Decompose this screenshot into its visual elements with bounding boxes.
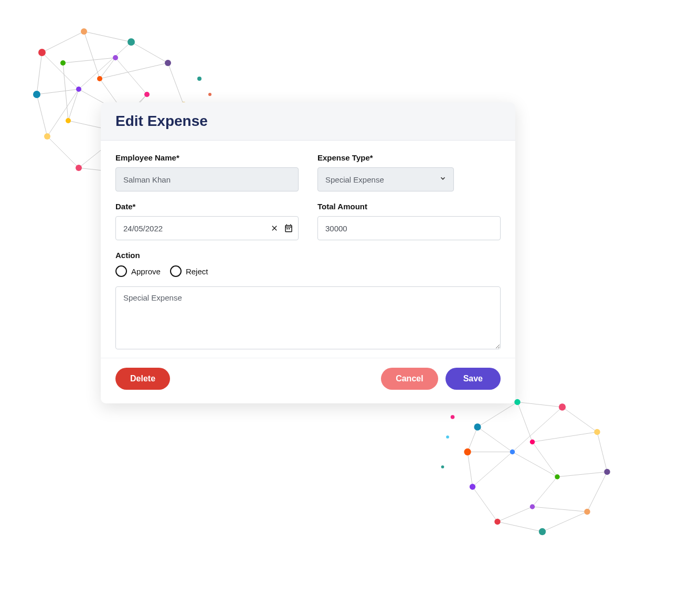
svg-point-39	[441, 465, 444, 468]
svg-point-10	[76, 87, 81, 92]
clear-date-icon[interactable]	[270, 224, 279, 232]
svg-point-2	[128, 38, 135, 46]
svg-point-11	[97, 76, 102, 81]
modal-title: Edit Expense	[115, 113, 501, 130]
expense-type-label: Expense Type*	[317, 153, 501, 162]
delete-button[interactable]: Delete	[115, 368, 170, 390]
date-group: Date*	[115, 202, 299, 240]
employee-name-group: Employee Name*	[115, 153, 299, 191]
employee-name-input[interactable]	[115, 167, 299, 191]
svg-point-37	[446, 435, 449, 439]
svg-point-29	[494, 519, 500, 525]
action-label: Action	[115, 251, 140, 260]
svg-point-28	[539, 528, 546, 535]
svg-point-35	[530, 504, 535, 509]
approve-radio-label: Approve	[131, 267, 161, 276]
modal-footer: Delete Cancel Save	[101, 358, 515, 403]
svg-point-33	[530, 440, 535, 445]
expense-type-select[interactable]: Special Expense	[317, 167, 454, 191]
svg-point-9	[33, 91, 40, 98]
svg-point-0	[38, 49, 46, 56]
total-amount-group: Total Amount	[317, 202, 501, 240]
save-button[interactable]: Save	[446, 368, 501, 390]
svg-point-1	[81, 28, 87, 35]
svg-point-23	[514, 399, 520, 405]
svg-point-8	[44, 133, 50, 140]
svg-point-3	[165, 60, 171, 66]
total-amount-input[interactable]	[317, 216, 501, 240]
svg-point-25	[594, 429, 600, 435]
approve-radio[interactable]: Approve	[115, 265, 161, 277]
svg-point-24	[559, 403, 566, 410]
svg-point-16	[144, 92, 150, 97]
svg-point-36	[451, 415, 455, 419]
reject-radio-label: Reject	[186, 267, 208, 276]
svg-point-19	[197, 77, 201, 81]
svg-point-18	[66, 118, 71, 123]
employee-name-label: Employee Name*	[115, 153, 299, 162]
svg-point-20	[208, 93, 211, 96]
edit-expense-modal: Edit Expense Employee Name* Expense Type…	[101, 102, 515, 403]
cancel-button[interactable]: Cancel	[381, 368, 438, 390]
svg-point-34	[555, 474, 560, 479]
date-label: Date*	[115, 202, 299, 211]
radio-circle-icon	[170, 265, 182, 277]
svg-point-14	[60, 60, 66, 66]
radio-circle-icon	[115, 265, 127, 277]
reject-radio[interactable]: Reject	[170, 265, 208, 277]
svg-point-30	[470, 484, 475, 489]
action-group: Action Approve Reject	[115, 251, 501, 277]
svg-point-31	[464, 448, 471, 455]
svg-point-27	[584, 509, 590, 515]
calendar-icon[interactable]	[284, 223, 293, 233]
expense-type-group: Expense Type* Special Expense	[317, 153, 501, 191]
modal-body: Employee Name* Expense Type* Special Exp…	[101, 141, 515, 358]
svg-point-32	[510, 450, 515, 455]
modal-header: Edit Expense	[101, 102, 515, 141]
svg-point-26	[604, 469, 610, 475]
svg-point-22	[474, 423, 481, 430]
svg-point-15	[113, 55, 118, 60]
svg-point-7	[76, 165, 82, 171]
notes-textarea[interactable]	[115, 286, 501, 349]
total-amount-label: Total Amount	[317, 202, 501, 211]
